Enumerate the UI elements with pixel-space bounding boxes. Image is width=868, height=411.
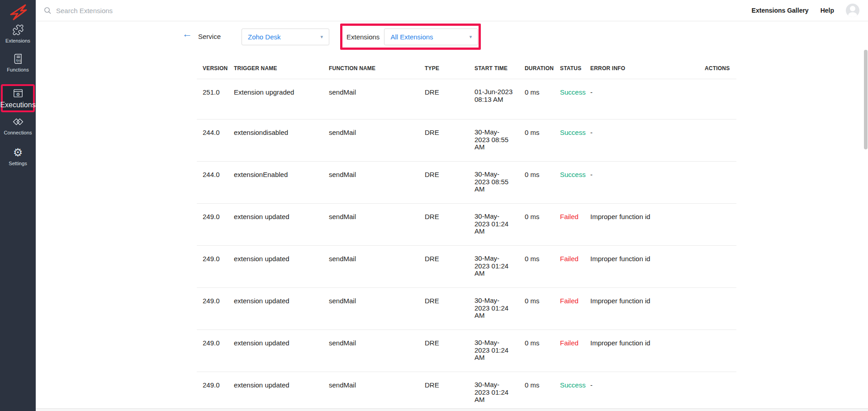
sidebar-item-extensions[interactable]: Extensions: [0, 24, 36, 43]
version-cell: 249.0: [197, 204, 234, 245]
search-icon: [44, 7, 51, 14]
table-row: 249.0 extension updated sendMail DRE 30-…: [197, 245, 736, 287]
status-cell: Failed: [560, 288, 590, 330]
extensions-gallery-link[interactable]: Extensions Gallery: [752, 7, 809, 14]
version-cell: 244.0: [197, 119, 234, 161]
app-screen: Extensions f(x) Functions ⚙ Executions: [0, 0, 868, 411]
connections-icon: [12, 116, 24, 128]
sigma-logo[interactable]: [0, 2, 36, 21]
sidebar-item-connections[interactable]: Connections: [0, 116, 36, 135]
sidebar-label-executions: Executions: [0, 101, 35, 109]
function-cell: sendMail: [329, 246, 425, 287]
sidebar-item-functions[interactable]: f(x) Functions: [0, 53, 36, 72]
col-header-duration: DURATION: [525, 65, 560, 79]
functions-icon: f(x): [12, 53, 24, 65]
error-info-cell: -: [590, 79, 705, 119]
sidebar-label-functions: Functions: [7, 67, 29, 72]
horizontal-scrollbar-track[interactable]: [36, 408, 868, 411]
sidebar-label-settings: Settings: [9, 161, 27, 166]
function-cell: sendMail: [329, 330, 425, 372]
service-label: Service: [198, 33, 221, 40]
trigger-cell: extension updated: [234, 246, 329, 287]
executions-table: VERSION TRIGGER NAME FUNCTION NAME TYPE …: [197, 65, 736, 411]
col-header-type: TYPE: [425, 65, 474, 79]
start-time-cell: 30-May- 2023 08:55 AM: [474, 119, 525, 161]
type-cell: DRE: [425, 246, 474, 287]
status-cell: Failed: [560, 246, 590, 287]
sidebar-item-executions-active[interactable]: ⚙ Executions: [1, 84, 35, 112]
version-cell: 249.0: [197, 330, 234, 372]
duration-cell: 0 ms: [525, 119, 560, 161]
trigger-cell: extension updated: [234, 204, 329, 245]
duration-cell: 0 ms: [525, 246, 560, 287]
start-time-cell: 30-May- 2023 01:24 AM: [474, 372, 525, 411]
actions-cell: [705, 330, 736, 372]
vertical-scrollbar-thumb[interactable]: [864, 50, 868, 149]
table-row: 249.0 extension updated sendMail DRE 30-…: [197, 287, 736, 330]
sidebar-label-extensions: Extensions: [5, 38, 30, 43]
trigger-cell: extensiondisabled: [234, 119, 329, 161]
gear-icon: ⚙: [13, 147, 23, 158]
service-dropdown-value: Zoho Desk: [248, 33, 281, 41]
extensions-dropdown[interactable]: All Extensions ▾: [384, 29, 478, 45]
error-info-cell: Improper function id: [590, 204, 705, 245]
function-cell: sendMail: [329, 162, 425, 203]
version-cell: 249.0: [197, 246, 234, 287]
function-cell: sendMail: [329, 288, 425, 330]
search-area: [36, 7, 752, 14]
type-cell: DRE: [425, 204, 474, 245]
topbar: Extensions Gallery Help: [36, 0, 868, 21]
table-row: 244.0 extensionEnabled sendMail DRE 30-M…: [197, 161, 736, 203]
col-header-actions: ACTIONS: [705, 65, 736, 79]
error-info-cell: Improper function id: [590, 246, 705, 287]
sidebar-item-settings[interactable]: ⚙ Settings: [0, 147, 36, 166]
col-header-function-name: FUNCTION NAME: [329, 65, 425, 79]
chevron-down-icon: ▾: [470, 34, 472, 40]
duration-cell: 0 ms: [525, 79, 560, 119]
type-cell: DRE: [425, 162, 474, 203]
table-row: 249.0 extension updated sendMail DRE 30-…: [197, 330, 736, 372]
extensions-dropdown-value: All Extensions: [390, 33, 433, 41]
table-row: 249.0 extension updated sendMail DRE 30-…: [197, 372, 736, 411]
function-cell: sendMail: [329, 204, 425, 245]
service-dropdown[interactable]: Zoho Desk ▾: [242, 29, 329, 45]
back-arrow-icon[interactable]: ←: [182, 29, 192, 39]
status-cell: Success: [560, 119, 590, 161]
avatar[interactable]: [846, 4, 859, 17]
actions-cell: [705, 246, 736, 287]
sidebar-label-connections: Connections: [4, 130, 32, 135]
col-header-status: STATUS: [560, 65, 590, 79]
search-input[interactable]: [56, 7, 264, 14]
status-cell: Success: [560, 79, 590, 119]
trigger-cell: extension updated: [234, 372, 329, 411]
table-row: 244.0 extensiondisabled sendMail DRE 30-…: [197, 119, 736, 161]
extensions-filter-label: Extensions: [346, 33, 379, 41]
function-cell: sendMail: [329, 119, 425, 161]
puzzle-icon: [12, 24, 24, 36]
status-cell: Failed: [560, 330, 590, 372]
col-header-start-time: START TIME: [474, 65, 525, 79]
help-link[interactable]: Help: [821, 7, 834, 14]
table-row: 249.0 extension updated sendMail DRE 30-…: [197, 203, 736, 245]
actions-cell: [705, 372, 736, 411]
type-cell: DRE: [425, 79, 474, 119]
status-cell: Failed: [560, 204, 590, 245]
start-time-cell: 30-May- 2023 08:55 AM: [474, 162, 525, 203]
error-info-cell: Improper function id: [590, 288, 705, 330]
version-cell: 249.0: [197, 288, 234, 330]
actions-cell: [705, 79, 736, 119]
trigger-cell: extension updated: [234, 288, 329, 330]
svg-text:⚙: ⚙: [16, 92, 20, 97]
start-time-cell: 30-May- 2023 01:24 AM: [474, 330, 525, 372]
duration-cell: 0 ms: [525, 372, 560, 411]
table-row: 251.0 Extension upgraded sendMail DRE 01…: [197, 79, 736, 119]
duration-cell: 0 ms: [525, 162, 560, 203]
actions-cell: [705, 288, 736, 330]
trigger-cell: Extension upgraded: [234, 79, 329, 119]
table-header-row: VERSION TRIGGER NAME FUNCTION NAME TYPE …: [197, 65, 736, 79]
actions-cell: [705, 204, 736, 245]
status-cell: Success: [560, 372, 590, 411]
executions-icon: ⚙: [12, 87, 24, 99]
error-info-cell: -: [590, 162, 705, 203]
actions-cell: [705, 162, 736, 203]
